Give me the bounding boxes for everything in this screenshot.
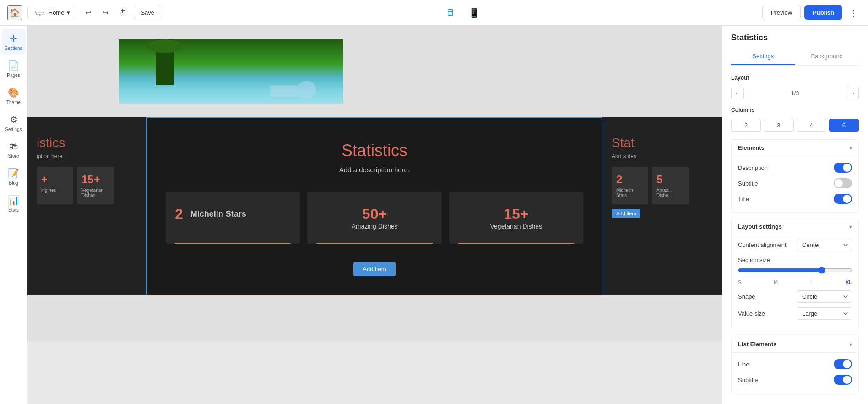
layout-nav-row: ← 1/3 →: [731, 87, 859, 99]
chevron-down-icon: ▾: [67, 9, 70, 16]
layout-next-button[interactable]: →: [846, 87, 859, 99]
ghost-lbl-r2: Amaz... Dishe...: [656, 188, 684, 198]
ghost-lbl: ing hes: [41, 188, 69, 193]
layout-settings-header[interactable]: Layout settings ▾: [732, 218, 858, 235]
list-elements-header[interactable]: List Elements ▾: [732, 336, 858, 352]
size-l[interactable]: L: [810, 279, 813, 285]
title-toggle[interactable]: [834, 194, 852, 204]
list-elements-title: List Elements: [738, 341, 777, 348]
device-switcher: 🖥 📱: [168, 5, 757, 21]
canvas-scroll[interactable]: istics iption here. + ing hes 15+ Vegeta…: [27, 26, 722, 404]
add-item-container: Add item: [166, 257, 583, 276]
subtitle-toggle-row: Subtitle: [738, 175, 852, 191]
subtitle-toggle[interactable]: [834, 178, 852, 188]
ghost-num-r1: 2: [616, 173, 644, 186]
ghost-stats-left: istics iption here. + ing hes 15+ Vegeta…: [27, 117, 146, 295]
line-toggle[interactable]: [834, 359, 852, 369]
ghost-add-item-button[interactable]: Add item: [612, 209, 640, 218]
canvas-area: istics iption here. + ing hes 15+ Vegeta…: [27, 26, 722, 404]
line-toggle-row: Line: [738, 356, 852, 372]
size-xl[interactable]: XL: [846, 279, 852, 285]
list-subtitle-toggle-row: Subtitle: [738, 372, 852, 388]
list-elements-body: Line Subtitle: [732, 352, 858, 393]
preview-button[interactable]: Preview: [762, 5, 801, 20]
line-label: Line: [738, 361, 749, 368]
sidebar-item-label: Theme: [6, 100, 21, 105]
content-alignment-select[interactable]: Center Left Right: [797, 239, 852, 251]
layout-settings-chevron-icon: ▾: [849, 224, 852, 230]
size-s[interactable]: S: [738, 279, 741, 285]
sidebar-item-sections[interactable]: ✛ Sections: [2, 29, 26, 55]
ghost-stats-right: Stat Add a des 2 Michelin Stars 5 Amaz..…: [602, 117, 722, 295]
column-3-button[interactable]: 3: [764, 119, 793, 132]
ghost-desc-left: iption here.: [37, 153, 137, 159]
layout-prev-button[interactable]: ←: [731, 87, 744, 99]
value-size-row: Value size Large Small Medium: [738, 307, 852, 320]
columns-options: 2 3 4 6: [731, 119, 859, 132]
ghost-title-left: istics: [37, 136, 137, 150]
page-selector[interactable]: Page: Home ▾: [27, 6, 75, 19]
value-size-select[interactable]: Large Small Medium: [797, 307, 852, 320]
save-button[interactable]: Save: [133, 6, 162, 19]
sidebar-item-label: Settings: [5, 127, 22, 132]
stat-card-label-1: Michelin Stars: [190, 209, 246, 219]
sidebar-item-label: Sections: [5, 46, 22, 51]
ghost-card: 15+ Vegetarian Dishes: [77, 167, 114, 204]
layout-settings-title: Layout settings: [738, 223, 782, 230]
panel-tabs: Settings Background: [731, 48, 859, 66]
size-m[interactable]: M: [774, 279, 778, 285]
stats-icon: 📊: [8, 195, 19, 206]
sidebar-item-theme[interactable]: 🎨 Theme: [2, 83, 26, 109]
stat-card-3[interactable]: 15+ Vegetarian Dishes: [449, 192, 583, 244]
home-button[interactable]: 🏠: [7, 5, 22, 20]
topbar: 🏠 Page: Home ▾ ↩ ↪ ⏱ Save 🖥 📱 Preview Pu…: [0, 0, 868, 26]
right-panel: Statistics Settings Background Layout ← …: [722, 26, 868, 404]
ghost-card-r1: 2 Michelin Stars: [612, 167, 648, 204]
elements-header[interactable]: Elements ▾: [732, 140, 858, 156]
redo-button[interactable]: ↪: [98, 5, 113, 20]
undo-button[interactable]: ↩: [81, 5, 95, 20]
sidebar-item-stats[interactable]: 📊 Stats: [2, 191, 26, 216]
content-alignment-label: Content alignment: [738, 241, 787, 248]
theme-icon: 🎨: [8, 87, 19, 98]
top-section: [27, 26, 722, 117]
stat-card-1[interactable]: 2 Michelin Stars: [166, 192, 300, 244]
layout-settings-body: Content alignment Center Left Right Sect…: [732, 235, 858, 330]
shape-select[interactable]: Circle Square Rounded: [797, 290, 852, 303]
columns-section: Columns 2 3 4 6: [731, 107, 859, 132]
publish-button[interactable]: Publish: [804, 5, 842, 20]
left-sidebar: ✛ Sections 📄 Pages 🎨 Theme ⚙ Settings 🛍 …: [0, 26, 27, 404]
sidebar-item-label: Store: [8, 153, 19, 158]
sidebar-item-pages[interactable]: 📄 Pages: [2, 56, 26, 82]
layout-label: Layout: [731, 75, 859, 81]
column-6-button[interactable]: 6: [829, 119, 859, 132]
layout-settings-section: Layout settings ▾ Content alignment Cent…: [731, 218, 859, 330]
stat-card-2[interactable]: 50+ Amazing Dishes: [307, 192, 441, 244]
section-size-slider[interactable]: [738, 267, 852, 274]
panel-body: Layout ← 1/3 → Columns 2 3 4 6: [722, 66, 868, 404]
tab-background[interactable]: Background: [795, 48, 859, 65]
desktop-device-button[interactable]: 🖥: [442, 5, 458, 21]
ghost-cards-right: 2 Michelin Stars 5 Amaz... Dishe...: [612, 167, 712, 204]
stat-label-3: Vegetarian Dishes: [490, 223, 542, 230]
column-4-button[interactable]: 4: [797, 119, 826, 132]
panel-header: Statistics Settings Background: [722, 26, 868, 66]
history-button[interactable]: ⏱: [115, 5, 130, 20]
tab-settings[interactable]: Settings: [731, 48, 795, 65]
section-size-label: Section size: [738, 257, 770, 263]
beach-image: [119, 39, 343, 104]
column-2-button[interactable]: 2: [731, 119, 761, 132]
add-item-button[interactable]: Add item: [353, 262, 395, 276]
sidebar-item-settings[interactable]: ⚙ Settings: [2, 110, 26, 136]
statistics-section[interactable]: Statistics Add a description here. 2 Mic…: [146, 117, 602, 295]
description-toggle[interactable]: [834, 163, 852, 173]
ghost-lbl-r1: Michelin Stars: [616, 188, 644, 198]
mobile-device-button[interactable]: 📱: [466, 5, 482, 21]
list-subtitle-toggle[interactable]: [834, 375, 852, 385]
sidebar-item-blog[interactable]: 📝 Blog: [2, 164, 26, 189]
more-options-button[interactable]: ⋮: [846, 5, 861, 20]
list-elements-section: List Elements ▾ Line Subtitle: [731, 336, 859, 393]
sidebar-item-store[interactable]: 🛍 Store: [2, 137, 26, 162]
ghost-card-r2: 5 Amaz... Dishe...: [652, 167, 689, 204]
stat-number-1: 2 Michelin Stars: [175, 206, 246, 223]
